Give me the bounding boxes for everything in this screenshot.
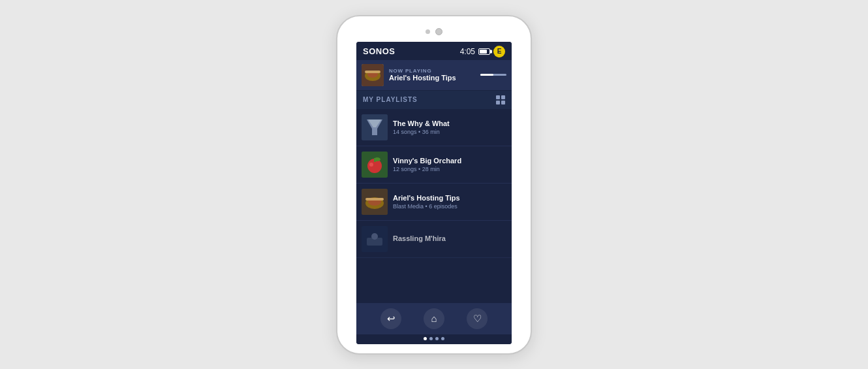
section-title: MY PLAYLISTS: [363, 96, 418, 103]
list-item[interactable]: Vinny's Big Orchard 12 songs • 28 min: [356, 146, 512, 184]
phone-top-sensors: [426, 28, 442, 35]
home-icon: ⌂: [431, 313, 437, 324]
playlist-info-hosting: Ariel's Hosting Tips Blast Media • 6 epi…: [393, 194, 506, 210]
now-playing-progress-fill: [480, 74, 493, 76]
playlist-meta: 14 songs • 36 min: [393, 129, 506, 135]
playlist-name: Rassling M'hira: [393, 234, 506, 242]
app-name: SONOS: [363, 46, 395, 56]
playlist-info-orchard: Vinny's Big Orchard 12 songs • 28 min: [393, 157, 506, 172]
page-dot-4: [441, 337, 444, 340]
now-playing-bar[interactable]: NOW PLAYING Ariel's Hosting Tips: [356, 60, 512, 91]
back-icon: ↩: [387, 313, 395, 325]
now-playing-info: NOW PLAYING Ariel's Hosting Tips: [389, 68, 475, 82]
grid-view-icon[interactable]: [496, 95, 505, 104]
bottom-navigation: ↩ ⌂ ♡: [356, 303, 512, 334]
playlist-info-why-what: The Why & What 14 songs • 36 min: [393, 120, 506, 135]
status-time: 4:05: [460, 47, 475, 56]
home-button[interactable]: ⌂: [424, 308, 444, 329]
list-item[interactable]: Ariel's Hosting Tips Blast Media • 6 epi…: [356, 184, 512, 221]
favorites-button[interactable]: ♡: [467, 308, 488, 329]
playlist-name: Vinny's Big Orchard: [393, 157, 506, 165]
sensor-dot: [426, 29, 430, 34]
page-dot-3: [435, 337, 439, 340]
phone-screen: SONOS 4:05 E NOW PLAYING Ariel's Host: [356, 42, 512, 344]
my-playlists-header: MY PLAYLISTS: [356, 91, 512, 109]
grid-cell-3: [496, 101, 500, 104]
now-playing-label: NOW PLAYING: [389, 68, 475, 74]
front-camera: [435, 28, 442, 35]
profile-badge[interactable]: E: [493, 46, 505, 57]
grid-cell-4: [501, 101, 505, 104]
svg-point-18: [371, 233, 378, 240]
playlist-name: The Why & What: [393, 120, 506, 127]
svg-point-11: [369, 163, 373, 167]
heart-icon: ♡: [473, 313, 482, 325]
grid-cell-2: [501, 95, 505, 99]
phone-frame: SONOS 4:05 E NOW PLAYING Ariel's Host: [336, 15, 532, 355]
playlist-thumbnail-why-what: [362, 114, 388, 140]
now-playing-thumbnail: [362, 64, 384, 86]
grid-cell-1: [496, 95, 500, 99]
playlist-meta: Blast Media • 6 episodes: [393, 203, 506, 210]
page-dot-2: [429, 337, 433, 340]
playlist-info-bassling: Rassling M'hira: [393, 234, 506, 244]
page-dots: [356, 334, 512, 344]
svg-rect-3: [365, 71, 380, 73]
playlist-name: Ariel's Hosting Tips: [393, 194, 506, 202]
svg-point-10: [374, 157, 380, 161]
svg-rect-15: [365, 198, 384, 201]
status-right: 4:05 E: [460, 46, 505, 57]
status-bar: SONOS 4:05 E: [356, 42, 512, 60]
playlist-meta: 12 songs • 28 min: [393, 166, 506, 172]
playlist-thumbnail-bassling: [362, 226, 388, 252]
now-playing-progress: [480, 74, 506, 76]
list-item[interactable]: The Why & What 14 songs • 36 min: [356, 109, 512, 146]
playlist-list: The Why & What 14 songs • 36 min: [356, 109, 512, 303]
playlist-thumbnail-hosting: [362, 189, 388, 215]
back-button[interactable]: ↩: [380, 308, 401, 329]
battery-icon: [478, 48, 490, 55]
now-playing-title: Ariel's Hosting Tips: [389, 74, 475, 82]
page-dot-1: [424, 337, 427, 340]
list-item[interactable]: Rassling M'hira: [356, 221, 512, 258]
playlist-thumbnail-orchard: [362, 152, 388, 178]
